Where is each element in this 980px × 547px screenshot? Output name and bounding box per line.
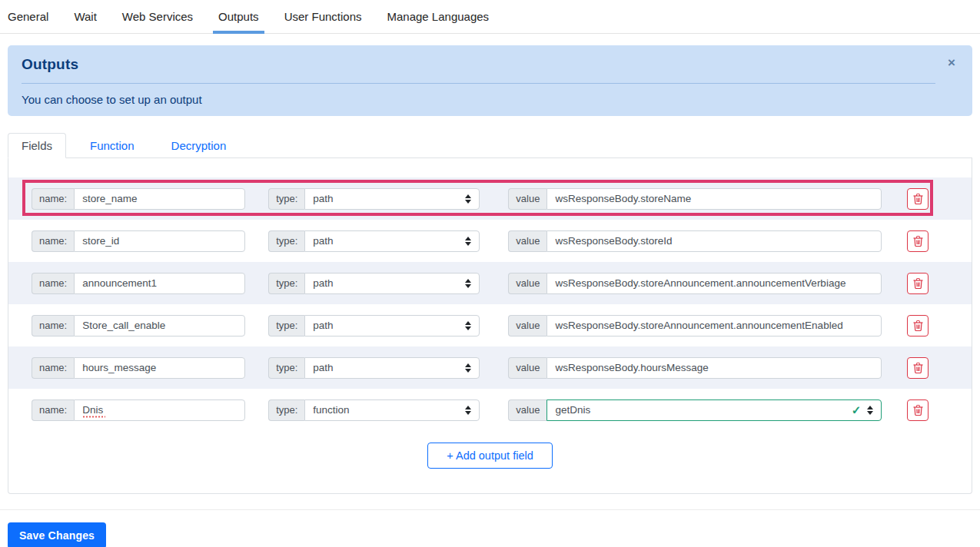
name-input[interactable] [74, 315, 245, 336]
outputs-info-panel: Outputs You can choose to set up an outp… [8, 45, 972, 116]
type-label: type: [268, 315, 304, 336]
trash-icon [913, 236, 923, 247]
name-label: name: [32, 357, 74, 379]
delete-row-button[interactable] [907, 188, 929, 210]
name-label: name: [32, 273, 74, 294]
select-arrows-icon [465, 237, 471, 246]
table-row: name: type: function value getDnis ✓ [8, 389, 972, 431]
nav-tab-wait[interactable]: Wait [74, 0, 96, 33]
name-input[interactable] [74, 230, 245, 252]
type-label: type: [268, 230, 304, 252]
name-label: name: [32, 399, 74, 421]
value-input[interactable] [546, 230, 882, 252]
top-navigation: General Wait Web Services Outputs User F… [0, 0, 980, 34]
delete-row-button[interactable] [907, 273, 929, 294]
footer-divider [0, 509, 980, 510]
value-label: value [508, 399, 546, 421]
delete-row-button[interactable] [907, 357, 929, 379]
type-select-value: function [313, 404, 349, 416]
value-function-select[interactable]: getDnis ✓ [546, 399, 882, 421]
type-select-value: path [313, 235, 333, 247]
trash-icon [913, 320, 923, 331]
type-select-value: path [313, 362, 333, 373]
table-row: name: type: path value [8, 304, 972, 346]
type-select[interactable]: path [304, 230, 480, 252]
delete-row-button[interactable] [907, 230, 929, 252]
delete-row-button[interactable] [907, 315, 929, 336]
panel-divider [22, 83, 935, 84]
type-label: type: [268, 188, 304, 210]
delete-row-button[interactable] [907, 399, 929, 421]
value-label: value [508, 273, 546, 294]
type-label: type: [268, 273, 304, 294]
select-arrows-icon [465, 406, 471, 415]
select-arrows-icon [465, 194, 471, 204]
tab-fields[interactable]: Fields [8, 133, 66, 158]
name-label: name: [32, 188, 74, 210]
value-select-value: getDnis [555, 404, 590, 416]
nav-tab-user-functions[interactable]: User Functions [284, 0, 362, 33]
add-output-field-button[interactable]: + Add output field [427, 443, 552, 469]
nav-tab-general[interactable]: General [8, 0, 48, 33]
nav-tab-manage-languages[interactable]: Manage Languages [387, 0, 490, 33]
spellcheck-underline [82, 416, 105, 418]
name-label: name: [32, 315, 74, 336]
trash-icon [913, 194, 923, 204]
trash-icon [913, 278, 923, 289]
valid-check-icon: ✓ [852, 404, 862, 416]
table-row: name: type: path value [8, 346, 972, 389]
value-label: value [508, 357, 546, 379]
trash-icon [913, 405, 923, 416]
name-input[interactable] [74, 357, 245, 379]
save-changes-button[interactable]: Save Changes [8, 522, 106, 547]
value-label: value [508, 230, 546, 252]
select-arrows-icon [465, 363, 471, 373]
trash-icon [913, 363, 923, 373]
output-tabs: Fields Function Decryption [8, 133, 972, 158]
select-arrows-icon [465, 279, 471, 288]
value-input[interactable] [546, 188, 882, 210]
select-arrows-icon [867, 406, 873, 415]
close-icon[interactable]: × [946, 55, 957, 71]
tab-function[interactable]: Function [77, 133, 148, 158]
value-input[interactable] [546, 357, 882, 379]
nav-tab-outputs[interactable]: Outputs [218, 0, 259, 33]
value-input[interactable] [546, 315, 882, 336]
value-label: value [508, 188, 546, 210]
panel-title: Outputs [22, 56, 935, 73]
type-select[interactable]: function [304, 399, 480, 421]
name-input[interactable] [74, 188, 245, 210]
name-label: name: [32, 230, 74, 252]
type-select[interactable]: path [304, 357, 480, 379]
type-label: type: [268, 399, 304, 421]
value-label: value [508, 315, 546, 336]
fields-card: name: type: path value name: [8, 158, 972, 494]
table-row: name: type: path value [8, 177, 972, 220]
name-input[interactable] [74, 273, 245, 294]
type-select[interactable]: path [304, 188, 480, 210]
type-select-value: path [313, 193, 333, 204]
table-row: name: type: path value [8, 262, 972, 304]
table-row: name: type: path value [8, 220, 972, 262]
type-select[interactable]: path [304, 273, 480, 294]
panel-message: You can choose to set up an output [22, 93, 935, 106]
nav-tab-web-services[interactable]: Web Services [122, 0, 193, 33]
tab-decryption[interactable]: Decryption [158, 133, 240, 158]
select-arrows-icon [465, 321, 471, 330]
value-input[interactable] [546, 273, 882, 294]
type-select-value: path [313, 320, 333, 331]
type-label: type: [268, 357, 304, 379]
type-select[interactable]: path [304, 315, 480, 336]
type-select-value: path [313, 277, 333, 289]
